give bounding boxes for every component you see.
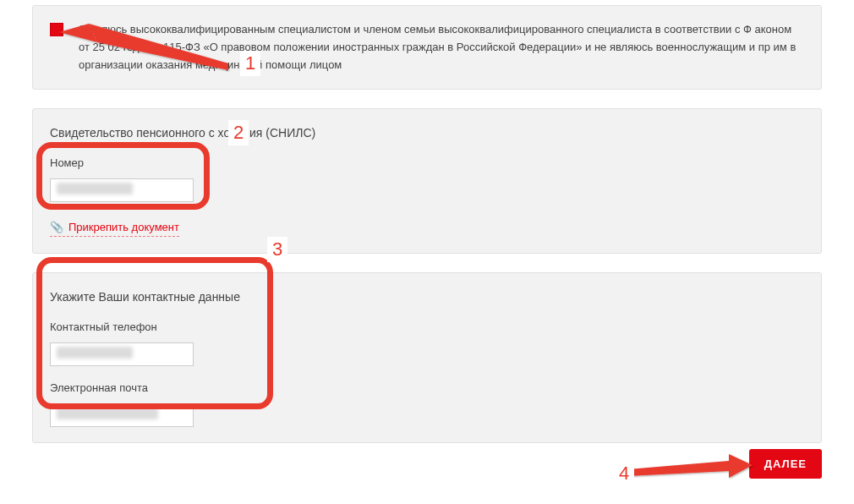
snils-panel: Свидетельство пенсионного с хования (СНИ… [32,108,822,254]
redacted-mask [57,408,158,419]
declaration-row: Я вляюсь высококвалифицированным специал… [50,21,804,74]
annotation-arrow-4 [627,451,763,485]
contacts-title: Укажите Ваши контактные данные [50,288,804,307]
email-label: Электронная почта [50,380,804,397]
declaration-panel: Я вляюсь высококвалифицированным специал… [32,5,822,90]
svg-marker-2 [627,454,753,478]
annotation-label-4: 4 [614,461,634,486]
declaration-text: Я вляюсь высококвалифицированным специал… [79,21,804,74]
snils-title: Свидетельство пенсионного с хования (СНИ… [50,124,804,143]
contacts-panel: Укажите Ваши контактные данные Контактны… [32,272,822,443]
attach-document-label: Прикрепить документ [68,219,179,236]
attach-document-link[interactable]: 📎 Прикрепить документ [50,219,179,237]
snils-number-label: Номер [50,155,804,172]
phone-block: Контактный телефон [50,319,804,366]
next-button[interactable]: ДАЛЕЕ [749,449,822,479]
redacted-mask [57,183,133,194]
redacted-mask [57,347,133,359]
snils-number-block: Номер [50,155,804,202]
email-block: Электронная почта [50,380,804,427]
paperclip-icon: 📎 [50,219,63,236]
phone-label: Контактный телефон [50,319,804,336]
declaration-checkbox[interactable] [50,23,63,36]
